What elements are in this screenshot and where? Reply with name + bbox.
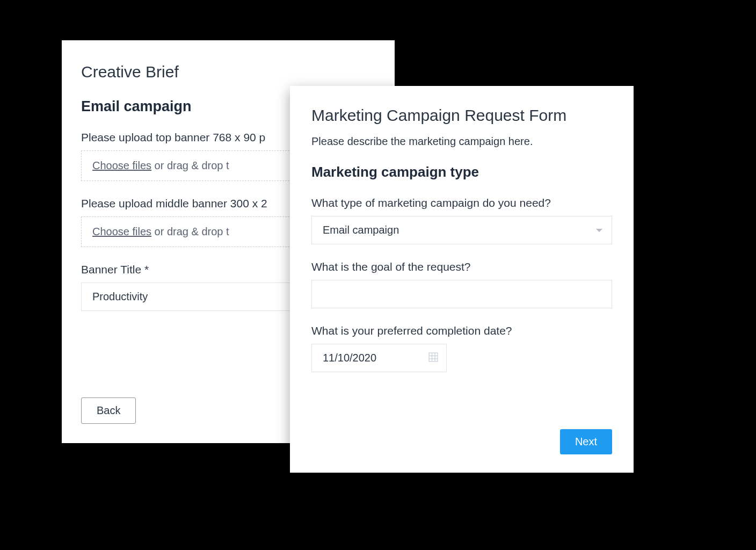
goal-input[interactable] [311, 280, 612, 308]
drag-drop-text-top: or drag & drop t [151, 160, 229, 171]
campaign-type-select[interactable]: Email campaign [311, 216, 612, 244]
marketing-form-description: Please describe the marketing campaign h… [311, 135, 612, 148]
campaign-type-value: Email campaign [311, 216, 612, 244]
marketing-request-card: Marketing Campaign Request Form Please d… [290, 86, 634, 473]
completion-date-label: What is your preferred completion date? [311, 324, 612, 337]
marketing-form-title: Marketing Campaign Request Form [311, 106, 612, 125]
campaign-type-label: What type of marketing campaign do you n… [311, 197, 612, 209]
goal-label: What is the goal of the request? [311, 260, 612, 273]
choose-files-link-top[interactable]: Choose files [92, 160, 151, 171]
marketing-type-heading: Marketing campaign type [311, 164, 612, 180]
drag-drop-text-middle: or drag & drop t [151, 226, 229, 237]
choose-files-link-middle[interactable]: Choose files [92, 226, 151, 237]
back-button[interactable]: Back [81, 397, 136, 424]
completion-date-input[interactable] [311, 344, 447, 372]
next-button[interactable]: Next [560, 429, 612, 454]
creative-brief-title: Creative Brief [81, 63, 375, 81]
